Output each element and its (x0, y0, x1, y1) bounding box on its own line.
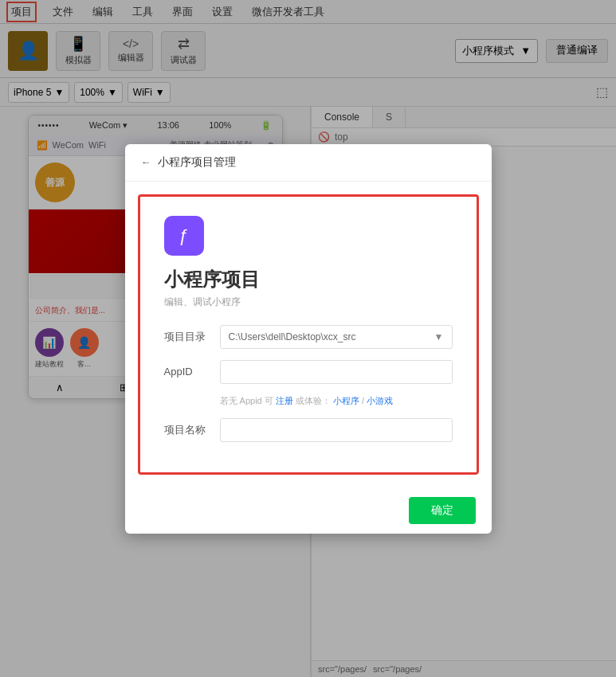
dir-label: 项目目录 (164, 330, 220, 344)
hint-register-link[interactable]: 注册 (276, 396, 293, 405)
form-row-appid: AppID (164, 360, 453, 384)
confirm-button[interactable]: 确定 (409, 497, 476, 524)
project-modal: ← 小程序项目管理 ƒ 小程序项目 编辑、调试小程序 项目目录 ▼ (125, 144, 492, 534)
modal-body: ƒ 小程序项目 编辑、调试小程序 项目目录 ▼ AppID (138, 194, 479, 475)
appid-input-wrapper (220, 360, 453, 384)
appid-label: AppID (164, 366, 220, 378)
miniprogram-icon-symbol: ƒ (179, 225, 188, 246)
form-row-name: 项目名称 (164, 418, 453, 442)
form-row-dir: 项目目录 ▼ (164, 325, 453, 349)
hint-prefix: 若无 Appid 可 (220, 396, 276, 405)
modal-header: ← 小程序项目管理 (125, 144, 492, 182)
project-name-label: 项目名称 (164, 423, 220, 437)
modal-overlay: ← 小程序项目管理 ƒ 小程序项目 编辑、调试小程序 项目目录 ▼ (0, 0, 616, 677)
miniprogram-icon: ƒ (164, 216, 204, 256)
hint-or-text: 或体验： (296, 396, 331, 405)
dir-input[interactable] (229, 331, 431, 342)
dir-dropdown-icon[interactable]: ▼ (431, 331, 444, 342)
project-title: 小程序项目 (164, 267, 453, 292)
appid-hint: 若无 Appid 可 注册 或体验： 小程序 / 小游戏 (220, 395, 453, 407)
project-subtitle: 编辑、调试小程序 (164, 295, 453, 309)
modal-back-button[interactable]: ← (141, 156, 151, 168)
main-area: •••••• WeCom ▾ 13:06 100% 🔋 📶 WeCom WiFi… (0, 107, 616, 677)
dir-input-wrapper: ▼ (220, 325, 453, 349)
modal-footer: 确定 (125, 487, 492, 534)
hint-miniprogram-link[interactable]: 小程序 (333, 396, 359, 405)
modal-title: 小程序项目管理 (158, 155, 236, 170)
hint-minigame-link[interactable]: 小游戏 (367, 396, 393, 405)
project-name-input[interactable] (229, 425, 444, 436)
project-name-input-wrapper (220, 418, 453, 442)
appid-input[interactable] (229, 366, 444, 378)
